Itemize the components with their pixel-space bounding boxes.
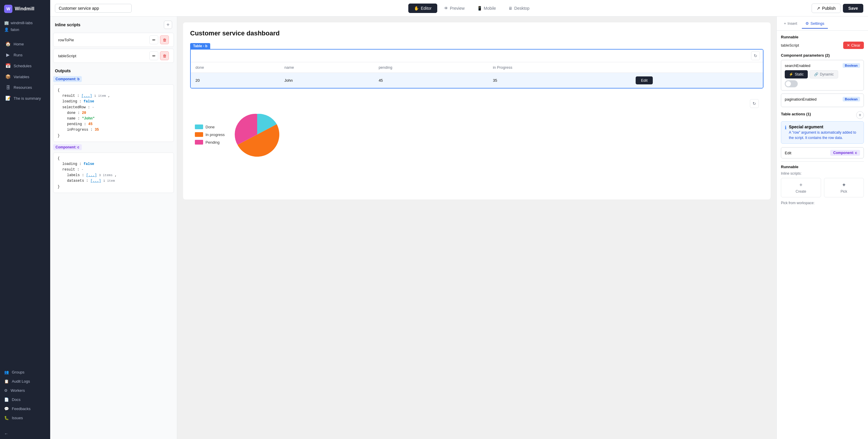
workers-icon: ⚙ [4, 388, 8, 393]
edit-tablescript-button[interactable]: ✏ [149, 51, 158, 60]
add-script-button[interactable]: + [164, 21, 172, 29]
sidebar-item-schedules[interactable]: 📅 Schedules [1, 61, 49, 71]
sidebar-item-issues-label: Issues [12, 416, 23, 420]
special-arg-desc: A "row" argument is automatically added … [789, 130, 860, 140]
labels-bracket[interactable]: [...] [86, 173, 97, 177]
special-argument-box: ℹ Special argument A "row" argument is a… [781, 121, 864, 144]
delete-rowtopie-button[interactable]: 🗑 [160, 35, 169, 44]
component-b-output: { result : [...] 1 item , loading : fals… [53, 85, 174, 142]
app-name-input[interactable] [55, 4, 132, 13]
col-name: name [280, 62, 374, 73]
tab-insert[interactable]: + Insert [780, 19, 801, 29]
inline-scripts-header: Inline scripts + [50, 16, 177, 32]
sidebar-item-workers[interactable]: ⚙ Workers [4, 386, 46, 395]
sidebar-item-feedbacks[interactable]: 💬 Feedbacks [4, 404, 46, 413]
script-row-tablescript: tableScript ✏ 🗑 [53, 49, 174, 63]
edit-rowtopie-button[interactable]: ✏ [149, 35, 158, 44]
result-bracket[interactable]: [...] [82, 94, 92, 98]
table-refresh-button[interactable]: ↻ [751, 51, 760, 60]
table-component-label: Table - b [190, 43, 210, 49]
action-row: Edit Component: c [781, 147, 864, 159]
preview-icon: 👁 [444, 6, 448, 11]
datasets-bracket[interactable]: [...] [90, 179, 101, 183]
sidebar-item-issues[interactable]: 🐛 Issues [4, 413, 46, 423]
table-actions-header: Table actions (1) + [781, 111, 864, 119]
info-content: Special argument A "row" argument is aut… [789, 125, 860, 140]
sidebar-item-resources-label: Resources [13, 85, 32, 90]
action-edit-label: Edit [785, 151, 791, 155]
create-script-button[interactable]: + Create [781, 178, 821, 197]
param-search-enabled: searchEnabled Boolean ⚡ Static 🔗 Dynamic [781, 60, 864, 91]
legend-in-progress: In progress [195, 132, 225, 137]
view-tabs: ✋ Editor 👁 Preview 📱 Mobile 🖥 Desktop [135, 4, 808, 13]
pie-chart [234, 111, 281, 158]
sidebar-nav: 🏠 Home ▶ Runs 📅 Schedules 📦 Variables 🗄 … [0, 38, 50, 365]
tab-settings-label: Settings [810, 21, 824, 26]
special-arg-title: Special argument [789, 125, 860, 129]
sidebar-item-home[interactable]: 🏠 Home [1, 39, 49, 49]
search-enabled-toggle[interactable] [785, 80, 798, 87]
table-actions-label: Table actions (1) [781, 112, 811, 116]
inline-scripts-label: Inline scripts [55, 23, 80, 27]
param-type-pagination: Boolean [843, 97, 860, 101]
tab-preview[interactable]: 👁 Preview [438, 4, 470, 13]
runnable-row: tableScript ✕ Clear [781, 42, 864, 49]
sidebar-user-org[interactable]: 🏢 windmill-labs [4, 20, 46, 26]
canvas: Customer service dashboard Table - b ↻ d… [177, 16, 776, 439]
back-icon: ← [4, 431, 8, 436]
docs-icon: 📄 [4, 397, 9, 402]
delete-tablescript-button[interactable]: 🗑 [160, 51, 169, 60]
topbar-actions: ↗ Publish Save [812, 4, 863, 13]
static-button[interactable]: ⚡ Static [785, 70, 808, 78]
legend-pending-color [195, 140, 203, 144]
param-name-search: searchEnabled [785, 63, 810, 68]
add-table-action-button[interactable]: + [856, 111, 864, 119]
sidebar-item-resources[interactable]: 🗄 Resources [1, 82, 49, 93]
chart-refresh-button[interactable]: ↻ [750, 99, 759, 108]
sidebar-item-audit[interactable]: 📋 Audit Logs [4, 377, 46, 386]
audit-icon: 📋 [4, 379, 9, 383]
tab-editor[interactable]: ✋ Editor [408, 4, 437, 13]
left-panel: Inline scripts + rowToPie ✏ 🗑 tableScrip… [50, 16, 177, 439]
pick-script-button[interactable]: ✦ Pick [824, 178, 864, 197]
publish-button[interactable]: ↗ Publish [812, 4, 841, 13]
content-area: Inline scripts + rowToPie ✏ 🗑 tableScrip… [50, 16, 868, 439]
home-icon: 🏠 [5, 41, 11, 46]
tab-mobile[interactable]: 📱 Mobile [471, 4, 502, 13]
legend-done: Done [195, 125, 225, 129]
logo-icon: W [4, 5, 12, 13]
save-button[interactable]: Save [843, 4, 863, 13]
tab-desktop[interactable]: 🖥 Desktop [503, 4, 535, 13]
resources-icon: 🗄 [5, 85, 11, 90]
issues-icon: 🐛 [4, 416, 9, 420]
script-create-btns: + Create ✦ Pick [781, 178, 864, 197]
data-table: done name pending in Progress 20 [191, 62, 763, 88]
canvas-inner: Customer service dashboard Table - b ↻ d… [183, 23, 771, 199]
sidebar-back-button[interactable]: ← [0, 428, 50, 439]
settings-icon: ⚙ [805, 21, 809, 26]
link-icon: 🔗 [814, 72, 818, 76]
sidebar-item-docs[interactable]: 📄 Docs [4, 395, 46, 404]
param-type-search: Boolean [843, 63, 860, 68]
legend-done-label: Done [206, 125, 215, 129]
clear-button[interactable]: ✕ Clear [843, 42, 864, 49]
table-row: 20 John 45 35 Edit [191, 73, 763, 88]
sidebar-item-variables[interactable]: 📦 Variables [1, 71, 49, 82]
col-action [631, 62, 763, 73]
sidebar-user-label: faton [11, 28, 19, 32]
component-c-output: { loading : false result : - labels : [.… [53, 153, 174, 193]
runnable-section-2: Runnable Inline scripts: + Create ✦ Pick… [781, 165, 864, 205]
tab-settings[interactable]: ⚙ Settings [802, 19, 828, 29]
editor-icon: ✋ [414, 6, 419, 11]
dynamic-button[interactable]: 🔗 Dynamic [810, 70, 838, 78]
action-component-badge: Component: c [830, 150, 860, 156]
sidebar-item-summary[interactable]: 📝 The is summary [1, 93, 49, 104]
sidebar-item-groups[interactable]: 👥 Groups [4, 368, 46, 377]
publish-icon: ↗ [817, 6, 820, 11]
create-label: Create [796, 190, 806, 194]
sidebar-user-name[interactable]: 👤 faton [4, 26, 46, 33]
sidebar-item-runs[interactable]: ▶ Runs [1, 49, 49, 60]
row-edit-button[interactable]: Edit [636, 76, 653, 85]
script-actions-tablescript: ✏ 🗑 [149, 51, 169, 60]
sidebar-item-summary-label: The is summary [13, 96, 41, 101]
